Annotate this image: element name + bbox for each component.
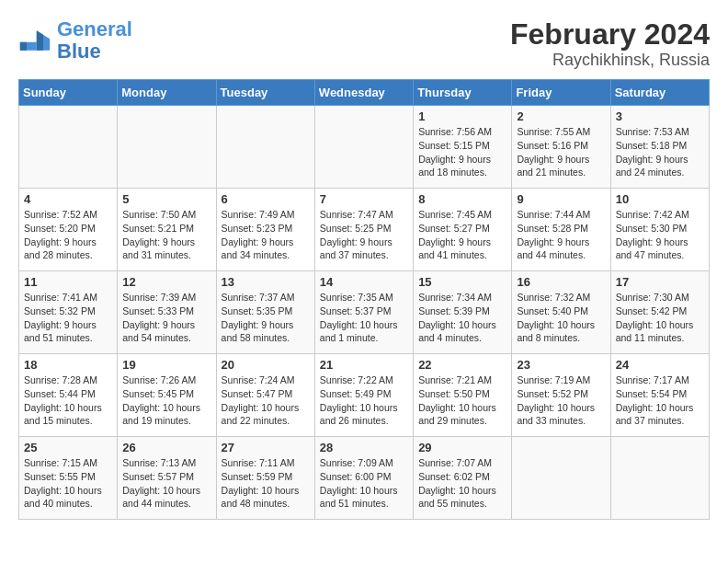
day-number: 28 xyxy=(320,441,408,454)
logo: General Blue xyxy=(18,18,132,63)
day-content: Sunrise: 7:15 AM Sunset: 5:55 PM Dayligh… xyxy=(24,456,112,511)
weekday-header: Friday xyxy=(512,80,610,106)
day-number: 29 xyxy=(418,441,506,454)
calendar-week-row: 4Sunrise: 7:52 AM Sunset: 5:20 PM Daylig… xyxy=(19,189,710,271)
day-number: 18 xyxy=(24,358,112,372)
day-content: Sunrise: 7:13 AM Sunset: 5:57 PM Dayligh… xyxy=(122,456,210,511)
calendar-cell: 15Sunrise: 7:34 AM Sunset: 5:39 PM Dayli… xyxy=(414,271,512,354)
day-number: 11 xyxy=(24,275,112,289)
calendar-week-row: 11Sunrise: 7:41 AM Sunset: 5:32 PM Dayli… xyxy=(19,271,710,354)
day-content: Sunrise: 7:26 AM Sunset: 5:45 PM Dayligh… xyxy=(122,373,210,428)
calendar-week-row: 1Sunrise: 7:56 AM Sunset: 5:15 PM Daylig… xyxy=(19,106,710,189)
calendar-cell: 18Sunrise: 7:28 AM Sunset: 5:44 PM Dayli… xyxy=(19,354,118,437)
day-content: Sunrise: 7:28 AM Sunset: 5:44 PM Dayligh… xyxy=(24,373,112,428)
calendar-cell: 23Sunrise: 7:19 AM Sunset: 5:52 PM Dayli… xyxy=(512,354,610,437)
day-content: Sunrise: 7:56 AM Sunset: 5:15 PM Dayligh… xyxy=(418,125,506,179)
calendar-cell: 5Sunrise: 7:50 AM Sunset: 5:21 PM Daylig… xyxy=(118,189,216,271)
day-content: Sunrise: 7:49 AM Sunset: 5:23 PM Dayligh… xyxy=(222,208,310,262)
calendar-cell xyxy=(314,106,413,189)
calendar-cell: 3Sunrise: 7:53 AM Sunset: 5:18 PM Daylig… xyxy=(610,106,709,189)
calendar-cell: 12Sunrise: 7:39 AM Sunset: 5:33 PM Dayli… xyxy=(118,271,216,354)
weekday-header: Tuesday xyxy=(216,80,314,106)
calendar-cell xyxy=(610,437,709,520)
weekday-header: Saturday xyxy=(610,80,709,106)
logo-icon xyxy=(18,24,51,57)
calendar-week-row: 18Sunrise: 7:28 AM Sunset: 5:44 PM Dayli… xyxy=(19,354,710,437)
page-title: February 2024 xyxy=(510,18,710,51)
day-number: 10 xyxy=(616,192,704,206)
day-content: Sunrise: 7:17 AM Sunset: 5:54 PM Dayligh… xyxy=(616,373,704,428)
day-content: Sunrise: 7:37 AM Sunset: 5:35 PM Dayligh… xyxy=(222,291,310,345)
day-content: Sunrise: 7:41 AM Sunset: 5:32 PM Dayligh… xyxy=(24,291,112,345)
calendar-cell: 4Sunrise: 7:52 AM Sunset: 5:20 PM Daylig… xyxy=(19,189,118,271)
calendar-cell: 6Sunrise: 7:49 AM Sunset: 5:23 PM Daylig… xyxy=(216,189,314,271)
calendar-cell xyxy=(118,106,216,189)
day-content: Sunrise: 7:24 AM Sunset: 5:47 PM Dayligh… xyxy=(222,373,310,428)
day-number: 14 xyxy=(320,275,408,289)
day-number: 13 xyxy=(222,275,310,289)
calendar-cell: 2Sunrise: 7:55 AM Sunset: 5:16 PM Daylig… xyxy=(512,106,610,189)
day-content: Sunrise: 7:32 AM Sunset: 5:40 PM Dayligh… xyxy=(517,291,605,345)
calendar-header: SundayMondayTuesdayWednesdayThursdayFrid… xyxy=(19,80,710,106)
calendar-cell: 17Sunrise: 7:30 AM Sunset: 5:42 PM Dayli… xyxy=(610,271,709,354)
calendar-cell xyxy=(19,106,118,189)
day-number: 24 xyxy=(616,358,704,372)
weekday-header: Thursday xyxy=(414,80,512,106)
day-content: Sunrise: 7:55 AM Sunset: 5:16 PM Dayligh… xyxy=(517,125,605,179)
calendar-cell: 10Sunrise: 7:42 AM Sunset: 5:30 PM Dayli… xyxy=(610,189,709,271)
calendar-cell xyxy=(216,106,314,189)
calendar-cell: 28Sunrise: 7:09 AM Sunset: 6:00 PM Dayli… xyxy=(314,437,413,520)
day-content: Sunrise: 7:30 AM Sunset: 5:42 PM Dayligh… xyxy=(616,291,704,345)
day-content: Sunrise: 7:21 AM Sunset: 5:50 PM Dayligh… xyxy=(418,373,506,428)
day-number: 22 xyxy=(418,358,506,372)
calendar-cell: 1Sunrise: 7:56 AM Sunset: 5:15 PM Daylig… xyxy=(414,106,512,189)
weekday-header: Wednesday xyxy=(314,80,413,106)
day-content: Sunrise: 7:34 AM Sunset: 5:39 PM Dayligh… xyxy=(418,291,506,345)
calendar-cell: 22Sunrise: 7:21 AM Sunset: 5:50 PM Dayli… xyxy=(414,354,512,437)
calendar-cell xyxy=(512,437,610,520)
day-number: 19 xyxy=(122,358,210,372)
day-number: 9 xyxy=(517,192,605,206)
calendar-week-row: 25Sunrise: 7:15 AM Sunset: 5:55 PM Dayli… xyxy=(19,437,710,520)
calendar-cell: 16Sunrise: 7:32 AM Sunset: 5:40 PM Dayli… xyxy=(512,271,610,354)
calendar-cell: 21Sunrise: 7:22 AM Sunset: 5:49 PM Dayli… xyxy=(314,354,413,437)
calendar-cell: 19Sunrise: 7:26 AM Sunset: 5:45 PM Dayli… xyxy=(118,354,216,437)
calendar-cell: 27Sunrise: 7:11 AM Sunset: 5:59 PM Dayli… xyxy=(216,437,314,520)
calendar-cell: 29Sunrise: 7:07 AM Sunset: 6:02 PM Dayli… xyxy=(414,437,512,520)
day-content: Sunrise: 7:45 AM Sunset: 5:27 PM Dayligh… xyxy=(418,208,506,262)
day-number: 17 xyxy=(616,275,704,289)
day-number: 26 xyxy=(122,441,210,454)
day-content: Sunrise: 7:35 AM Sunset: 5:37 PM Dayligh… xyxy=(320,291,408,345)
day-number: 23 xyxy=(517,358,605,372)
day-content: Sunrise: 7:52 AM Sunset: 5:20 PM Dayligh… xyxy=(24,208,112,262)
day-content: Sunrise: 7:22 AM Sunset: 5:49 PM Dayligh… xyxy=(320,373,408,428)
calendar-cell: 20Sunrise: 7:24 AM Sunset: 5:47 PM Dayli… xyxy=(216,354,314,437)
day-content: Sunrise: 7:42 AM Sunset: 5:30 PM Dayligh… xyxy=(616,208,704,262)
day-number: 15 xyxy=(418,275,506,289)
logo-line1: General xyxy=(57,17,132,40)
day-number: 4 xyxy=(24,192,112,206)
weekday-header: Sunday xyxy=(19,80,118,106)
svg-rect-4 xyxy=(20,42,27,51)
calendar-cell: 9Sunrise: 7:44 AM Sunset: 5:28 PM Daylig… xyxy=(512,189,610,271)
calendar-cell: 7Sunrise: 7:47 AM Sunset: 5:25 PM Daylig… xyxy=(314,189,413,271)
day-content: Sunrise: 7:09 AM Sunset: 6:00 PM Dayligh… xyxy=(320,456,408,511)
calendar-cell: 11Sunrise: 7:41 AM Sunset: 5:32 PM Dayli… xyxy=(19,271,118,354)
calendar-cell: 25Sunrise: 7:15 AM Sunset: 5:55 PM Dayli… xyxy=(19,437,118,520)
day-number: 20 xyxy=(222,358,310,372)
day-number: 7 xyxy=(320,192,408,206)
calendar-cell: 14Sunrise: 7:35 AM Sunset: 5:37 PM Dayli… xyxy=(314,271,413,354)
day-number: 2 xyxy=(517,109,605,123)
page-header: General Blue February 2024 Raychikhinsk,… xyxy=(18,18,710,70)
logo-text: General Blue xyxy=(57,18,132,63)
day-content: Sunrise: 7:07 AM Sunset: 6:02 PM Dayligh… xyxy=(418,456,506,511)
day-number: 8 xyxy=(418,192,506,206)
day-content: Sunrise: 7:47 AM Sunset: 5:25 PM Dayligh… xyxy=(320,208,408,262)
logo-line2: Blue xyxy=(57,40,101,63)
day-number: 16 xyxy=(517,275,605,289)
day-number: 6 xyxy=(222,192,310,206)
day-number: 27 xyxy=(222,441,310,454)
day-content: Sunrise: 7:53 AM Sunset: 5:18 PM Dayligh… xyxy=(616,125,704,179)
day-number: 5 xyxy=(122,192,210,206)
calendar-cell: 8Sunrise: 7:45 AM Sunset: 5:27 PM Daylig… xyxy=(414,189,512,271)
